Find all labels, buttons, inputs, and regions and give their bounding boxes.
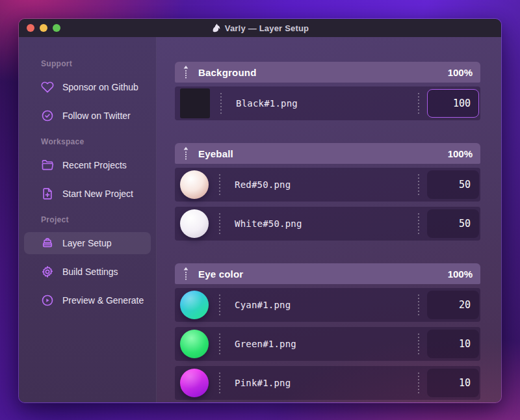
sidebar-item-label: Sponsor on Github [62,82,138,92]
layer-row: Red#50.png [175,168,480,202]
sidebar-item-sponsor-on-github[interactable]: Sponsor on Github [24,76,151,98]
folder-icon [41,159,54,172]
sidebar-item-recent-projects[interactable]: Recent Projects [24,154,151,176]
layer-thumbnail-cyan-sphere [180,291,209,319]
sidebar-item-label: Preview & Generate [62,295,144,306]
sidebar-item-label: Follow on Twitter [62,111,131,121]
dotted-separator [219,295,220,315]
layer-group-eyeball: Eyeball100%Red#50.pngWhite#50.png [175,143,480,241]
layer-filename: Pink#1.png [235,378,418,388]
sidebar-item-label: Start New Project [62,189,133,199]
sidebar-item-label: Build Settings [62,267,118,277]
layer-group-header[interactable]: Background100% [175,62,480,83]
layer-filename: Red#50.png [235,179,418,190]
layer-thumbnail-pink-sphere [180,369,209,397]
layer-group-weight: 100% [448,148,473,159]
layer-weight-input[interactable] [427,330,479,358]
layer-group-eye-color: Eye color100%Cyan#1.pngGreen#1.pngPink#1… [175,263,480,400]
dotted-separator [418,174,419,195]
desktop-background: Varly — Layer Setup SupportSponsor on Gi… [0,0,520,420]
layer-group-weight: 100% [448,67,473,78]
layer-filename: Cyan#1.png [235,300,418,310]
layer-row: White#50.png [175,207,480,241]
sidebar-section-support: SupportSponsor on GithubFollow on Twitte… [24,59,151,127]
heart-icon [41,81,54,94]
layer-filename: White#50.png [235,218,418,229]
window-title: Varly — Layer Setup [211,23,309,33]
dotted-separator [418,93,419,114]
sidebar-item-build-settings[interactable]: Build Settings [24,261,151,283]
sidebar-item-follow-on-twitter[interactable]: Follow on Twitter [24,105,151,127]
layer-row: Pink#1.png [175,366,480,400]
layer-row: Black#1.png [175,86,480,120]
sidebar-section-project: ProjectLayer SetupBuild SettingsPreview … [24,215,151,311]
dotted-separator [418,334,419,354]
dotted-separator [418,213,419,234]
layer-weight-input[interactable] [427,291,479,319]
layer-group-name: Eyeball [198,148,448,159]
drag-vertical-icon[interactable] [183,66,189,79]
dotted-separator [219,174,220,195]
drag-vertical-icon[interactable] [183,267,189,280]
close-button[interactable] [27,24,34,32]
sidebar-item-label: Recent Projects [62,160,127,170]
dotted-separator [219,334,220,354]
layer-thumbnail-green-sphere [180,330,209,358]
minimize-button[interactable] [40,24,47,32]
sidebar-item-preview-generate[interactable]: Preview & Generate [24,289,151,311]
gear-icon [41,265,54,278]
layer-thumbnail-black-square [180,88,210,118]
sidebar-section-workspace: WorkspaceRecent ProjectsStart New Projec… [24,137,151,205]
layer-group-header[interactable]: Eyeball100% [175,143,480,164]
layer-group-background: Background100%Black#1.png [175,62,480,120]
layer-weight-input[interactable] [427,369,479,397]
sidebar-section-header: Support [41,59,151,68]
layer-weight-input[interactable] [427,89,479,118]
sidebar-item-layer-setup[interactable]: Layer Setup [24,232,151,254]
titlebar[interactable]: Varly — Layer Setup [19,19,501,37]
play-circle-icon [41,294,54,307]
sidebar: SupportSponsor on GithubFollow on Twitte… [19,37,157,402]
layer-setup-panel: Background100%Black#1.pngEyeball100%Red#… [157,37,501,402]
layer-filename: Black#1.png [236,98,418,109]
layer-group-name: Eye color [198,269,448,280]
check-circle-icon [41,109,54,122]
dotted-separator [219,373,220,393]
file-plus-icon [41,187,54,200]
zoom-button[interactable] [53,24,60,32]
dotted-separator [418,295,419,315]
layer-group-weight: 100% [448,269,473,280]
traffic-lights [27,19,60,37]
layer-group-name: Background [198,67,448,78]
sidebar-item-label: Layer Setup [62,238,112,248]
dotted-separator [418,373,419,393]
sidebar-item-start-new-project[interactable]: Start New Project [24,183,151,205]
layer-row: Cyan#1.png [175,288,480,322]
app-window: Varly — Layer Setup SupportSponsor on Gi… [18,18,502,403]
sidebar-section-header: Workspace [41,137,151,146]
layer-row: Green#1.png [175,327,480,361]
layer-filename: Green#1.png [235,339,418,349]
unicorn-icon [211,23,221,33]
sidebar-section-header: Project [41,215,151,224]
layer-thumbnail-red-sphere [180,170,209,199]
window-title-text: Varly — Layer Setup [225,23,309,33]
dotted-separator [220,93,222,114]
window-body: SupportSponsor on GithubFollow on Twitte… [19,37,501,402]
layer-weight-input[interactable] [427,209,479,238]
layers-icon [41,237,54,250]
layer-thumbnail-white-sphere [180,209,209,238]
layer-weight-input[interactable] [427,170,479,199]
dotted-separator [219,213,220,234]
layer-group-header[interactable]: Eye color100% [175,263,480,284]
drag-vertical-icon[interactable] [183,147,189,160]
